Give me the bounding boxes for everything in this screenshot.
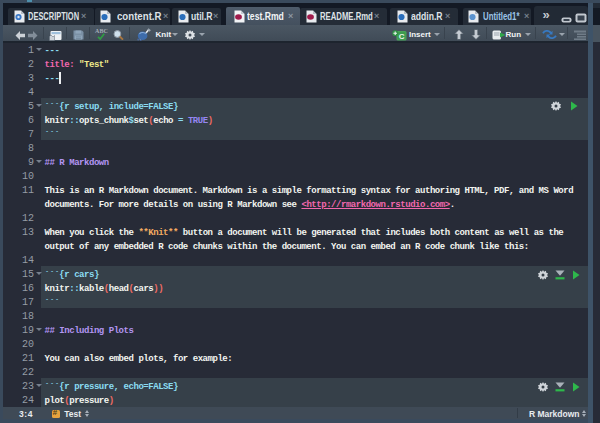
- svg-text:C: C: [399, 31, 405, 40]
